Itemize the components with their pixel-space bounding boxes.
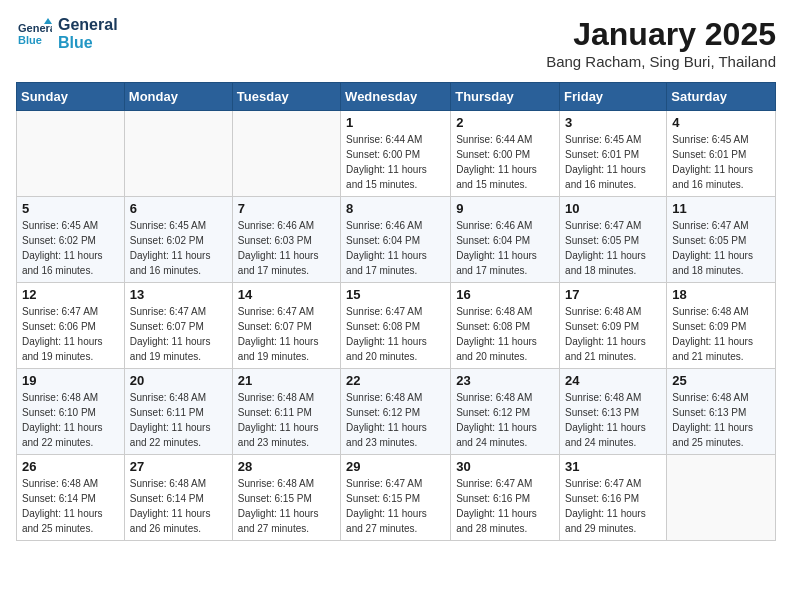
day-info: Sunrise: 6:47 AMSunset: 6:05 PMDaylight:… [565,218,661,278]
calendar-cell [17,111,125,197]
calendar-cell: 7Sunrise: 6:46 AMSunset: 6:03 PMDaylight… [232,197,340,283]
day-info: Sunrise: 6:48 AMSunset: 6:12 PMDaylight:… [456,390,554,450]
day-number: 8 [346,201,445,216]
weekday-header-wednesday: Wednesday [341,83,451,111]
logo-text: General Blue [58,16,118,51]
calendar-cell: 17Sunrise: 6:48 AMSunset: 6:09 PMDayligh… [560,283,667,369]
calendar-cell: 21Sunrise: 6:48 AMSunset: 6:11 PMDayligh… [232,369,340,455]
day-info: Sunrise: 6:48 AMSunset: 6:10 PMDaylight:… [22,390,119,450]
svg-marker-3 [44,18,52,24]
day-number: 26 [22,459,119,474]
day-number: 14 [238,287,335,302]
calendar-cell: 5Sunrise: 6:45 AMSunset: 6:02 PMDaylight… [17,197,125,283]
calendar-title: January 2025 [546,16,776,53]
day-number: 28 [238,459,335,474]
day-info: Sunrise: 6:47 AMSunset: 6:15 PMDaylight:… [346,476,445,536]
day-info: Sunrise: 6:48 AMSunset: 6:11 PMDaylight:… [130,390,227,450]
week-row-4: 19Sunrise: 6:48 AMSunset: 6:10 PMDayligh… [17,369,776,455]
day-info: Sunrise: 6:48 AMSunset: 6:09 PMDaylight:… [672,304,770,364]
weekday-header-monday: Monday [124,83,232,111]
calendar-cell: 3Sunrise: 6:45 AMSunset: 6:01 PMDaylight… [560,111,667,197]
calendar-cell: 28Sunrise: 6:48 AMSunset: 6:15 PMDayligh… [232,455,340,541]
day-info: Sunrise: 6:45 AMSunset: 6:01 PMDaylight:… [672,132,770,192]
day-number: 6 [130,201,227,216]
title-block: January 2025 Bang Racham, Sing Buri, Tha… [546,16,776,70]
weekday-header-thursday: Thursday [451,83,560,111]
calendar-cell: 23Sunrise: 6:48 AMSunset: 6:12 PMDayligh… [451,369,560,455]
calendar-cell [232,111,340,197]
day-info: Sunrise: 6:48 AMSunset: 6:11 PMDaylight:… [238,390,335,450]
day-number: 2 [456,115,554,130]
day-info: Sunrise: 6:47 AMSunset: 6:16 PMDaylight:… [565,476,661,536]
weekday-header-friday: Friday [560,83,667,111]
day-number: 18 [672,287,770,302]
day-number: 24 [565,373,661,388]
calendar-cell: 4Sunrise: 6:45 AMSunset: 6:01 PMDaylight… [667,111,776,197]
calendar-cell: 26Sunrise: 6:48 AMSunset: 6:14 PMDayligh… [17,455,125,541]
weekday-header-tuesday: Tuesday [232,83,340,111]
svg-text:Blue: Blue [18,34,42,46]
day-info: Sunrise: 6:47 AMSunset: 6:07 PMDaylight:… [130,304,227,364]
week-row-2: 5Sunrise: 6:45 AMSunset: 6:02 PMDaylight… [17,197,776,283]
day-number: 15 [346,287,445,302]
day-info: Sunrise: 6:48 AMSunset: 6:13 PMDaylight:… [565,390,661,450]
calendar-subtitle: Bang Racham, Sing Buri, Thailand [546,53,776,70]
day-number: 3 [565,115,661,130]
calendar-table: SundayMondayTuesdayWednesdayThursdayFrid… [16,82,776,541]
day-info: Sunrise: 6:45 AMSunset: 6:02 PMDaylight:… [130,218,227,278]
day-info: Sunrise: 6:47 AMSunset: 6:07 PMDaylight:… [238,304,335,364]
calendar-cell [667,455,776,541]
day-number: 17 [565,287,661,302]
day-info: Sunrise: 6:48 AMSunset: 6:15 PMDaylight:… [238,476,335,536]
day-number: 5 [22,201,119,216]
day-number: 22 [346,373,445,388]
day-info: Sunrise: 6:47 AMSunset: 6:05 PMDaylight:… [672,218,770,278]
calendar-cell: 25Sunrise: 6:48 AMSunset: 6:13 PMDayligh… [667,369,776,455]
logo: General Blue General Blue [16,16,118,52]
calendar-cell: 20Sunrise: 6:48 AMSunset: 6:11 PMDayligh… [124,369,232,455]
day-info: Sunrise: 6:48 AMSunset: 6:13 PMDaylight:… [672,390,770,450]
day-number: 10 [565,201,661,216]
calendar-cell: 8Sunrise: 6:46 AMSunset: 6:04 PMDaylight… [341,197,451,283]
weekday-header-row: SundayMondayTuesdayWednesdayThursdayFrid… [17,83,776,111]
calendar-cell: 13Sunrise: 6:47 AMSunset: 6:07 PMDayligh… [124,283,232,369]
calendar-cell: 10Sunrise: 6:47 AMSunset: 6:05 PMDayligh… [560,197,667,283]
calendar-cell: 30Sunrise: 6:47 AMSunset: 6:16 PMDayligh… [451,455,560,541]
calendar-cell: 19Sunrise: 6:48 AMSunset: 6:10 PMDayligh… [17,369,125,455]
day-info: Sunrise: 6:47 AMSunset: 6:06 PMDaylight:… [22,304,119,364]
day-number: 31 [565,459,661,474]
day-number: 19 [22,373,119,388]
day-info: Sunrise: 6:48 AMSunset: 6:12 PMDaylight:… [346,390,445,450]
week-row-3: 12Sunrise: 6:47 AMSunset: 6:06 PMDayligh… [17,283,776,369]
day-info: Sunrise: 6:45 AMSunset: 6:01 PMDaylight:… [565,132,661,192]
day-info: Sunrise: 6:46 AMSunset: 6:03 PMDaylight:… [238,218,335,278]
calendar-cell [124,111,232,197]
day-number: 11 [672,201,770,216]
day-number: 13 [130,287,227,302]
day-info: Sunrise: 6:47 AMSunset: 6:16 PMDaylight:… [456,476,554,536]
day-number: 20 [130,373,227,388]
day-info: Sunrise: 6:44 AMSunset: 6:00 PMDaylight:… [346,132,445,192]
calendar-cell: 15Sunrise: 6:47 AMSunset: 6:08 PMDayligh… [341,283,451,369]
logo-icon: General Blue [16,16,52,52]
day-info: Sunrise: 6:46 AMSunset: 6:04 PMDaylight:… [456,218,554,278]
calendar-cell: 12Sunrise: 6:47 AMSunset: 6:06 PMDayligh… [17,283,125,369]
day-info: Sunrise: 6:48 AMSunset: 6:08 PMDaylight:… [456,304,554,364]
calendar-cell: 14Sunrise: 6:47 AMSunset: 6:07 PMDayligh… [232,283,340,369]
calendar-cell: 6Sunrise: 6:45 AMSunset: 6:02 PMDaylight… [124,197,232,283]
day-info: Sunrise: 6:47 AMSunset: 6:08 PMDaylight:… [346,304,445,364]
day-number: 16 [456,287,554,302]
day-info: Sunrise: 6:44 AMSunset: 6:00 PMDaylight:… [456,132,554,192]
calendar-cell: 2Sunrise: 6:44 AMSunset: 6:00 PMDaylight… [451,111,560,197]
weekday-header-sunday: Sunday [17,83,125,111]
day-number: 23 [456,373,554,388]
day-info: Sunrise: 6:48 AMSunset: 6:14 PMDaylight:… [130,476,227,536]
calendar-cell: 1Sunrise: 6:44 AMSunset: 6:00 PMDaylight… [341,111,451,197]
calendar-cell: 16Sunrise: 6:48 AMSunset: 6:08 PMDayligh… [451,283,560,369]
week-row-1: 1Sunrise: 6:44 AMSunset: 6:00 PMDaylight… [17,111,776,197]
page-header: General Blue General Blue January 2025 B… [16,16,776,70]
day-info: Sunrise: 6:46 AMSunset: 6:04 PMDaylight:… [346,218,445,278]
calendar-cell: 24Sunrise: 6:48 AMSunset: 6:13 PMDayligh… [560,369,667,455]
day-number: 7 [238,201,335,216]
day-info: Sunrise: 6:45 AMSunset: 6:02 PMDaylight:… [22,218,119,278]
